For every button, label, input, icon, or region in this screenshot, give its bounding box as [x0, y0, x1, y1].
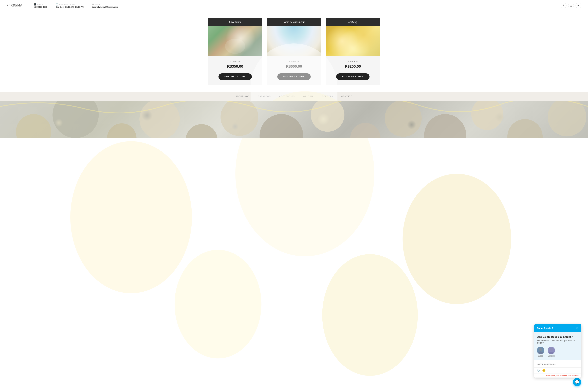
- svg-point-26: [471, 100, 503, 130]
- svg-point-23: [350, 123, 381, 138]
- svg-point-20: [221, 100, 258, 136]
- svg-point-25: [424, 114, 466, 138]
- svg-point-18: [139, 100, 180, 138]
- svg-point-24: [385, 100, 422, 137]
- card-image-makeup: [326, 26, 380, 56]
- svg-point-15: [16, 114, 51, 138]
- svg-point-17: [107, 123, 137, 138]
- footer-image: [0, 100, 588, 138]
- cards-container: Love Story A partir de R$350.00 COMPRAR …: [10, 18, 578, 85]
- svg-point-19: [186, 124, 218, 138]
- svg-point-21: [259, 114, 303, 138]
- svg-point-16: [53, 100, 99, 138]
- svg-point-27: [507, 119, 543, 138]
- svg-point-28: [548, 100, 586, 136]
- svg-point-22: [311, 100, 344, 132]
- card-makeup: Makeup A partir de R$200.00 COMPRAR AGOR…: [326, 18, 380, 85]
- main-content: Love Story A partir de R$350.00 COMPRAR …: [0, 11, 588, 92]
